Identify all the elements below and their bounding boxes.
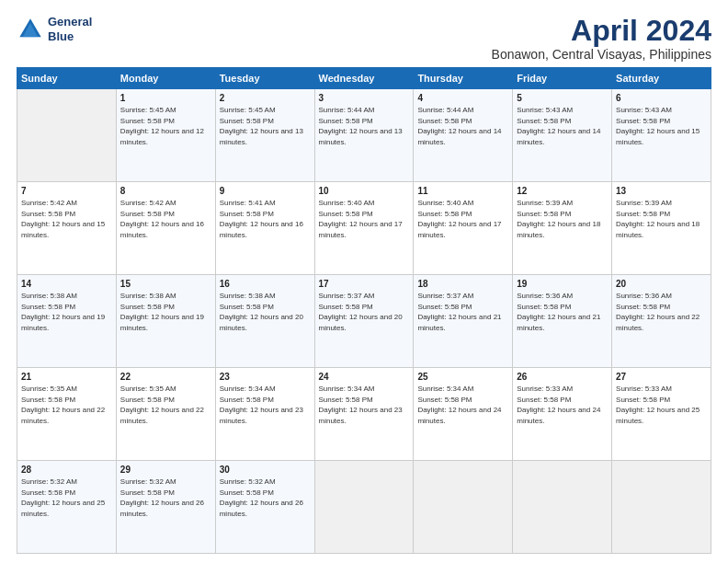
calendar-cell: 22Sunrise: 5:35 AM Sunset: 5:58 PM Dayli…: [116, 368, 215, 461]
day-info: Sunrise: 5:34 AM Sunset: 5:58 PM Dayligh…: [417, 384, 508, 426]
day-info: Sunrise: 5:36 AM Sunset: 5:58 PM Dayligh…: [517, 291, 608, 333]
calendar-cell: 19Sunrise: 5:36 AM Sunset: 5:58 PM Dayli…: [513, 275, 612, 368]
day-number: 3: [319, 93, 410, 103]
calendar-cell: [17, 89, 117, 182]
day-number: 6: [616, 93, 707, 103]
day-number: 14: [21, 279, 112, 289]
day-info: Sunrise: 5:43 AM Sunset: 5:58 PM Dayligh…: [616, 105, 707, 147]
day-info: Sunrise: 5:38 AM Sunset: 5:58 PM Dayligh…: [120, 291, 211, 333]
calendar-cell: 21Sunrise: 5:35 AM Sunset: 5:58 PM Dayli…: [17, 368, 117, 461]
col-header-thursday: Thursday: [414, 68, 513, 89]
calendar-cell: 6Sunrise: 5:43 AM Sunset: 5:58 PM Daylig…: [612, 89, 711, 182]
day-number: 16: [220, 279, 311, 289]
calendar-week-5: 28Sunrise: 5:32 AM Sunset: 5:58 PM Dayli…: [17, 461, 711, 554]
col-header-sunday: Sunday: [17, 68, 117, 89]
calendar-cell: 13Sunrise: 5:39 AM Sunset: 5:58 PM Dayli…: [612, 182, 711, 275]
logo: General Blue: [17, 15, 92, 43]
day-info: Sunrise: 5:32 AM Sunset: 5:58 PM Dayligh…: [21, 477, 112, 519]
day-info: Sunrise: 5:35 AM Sunset: 5:58 PM Dayligh…: [21, 384, 112, 426]
calendar-cell: 28Sunrise: 5:32 AM Sunset: 5:58 PM Dayli…: [17, 461, 117, 554]
day-info: Sunrise: 5:37 AM Sunset: 5:58 PM Dayligh…: [319, 291, 410, 333]
day-info: Sunrise: 5:38 AM Sunset: 5:58 PM Dayligh…: [220, 291, 311, 333]
day-info: Sunrise: 5:32 AM Sunset: 5:58 PM Dayligh…: [120, 477, 211, 519]
day-info: Sunrise: 5:37 AM Sunset: 5:58 PM Dayligh…: [417, 291, 508, 333]
calendar-cell: 20Sunrise: 5:36 AM Sunset: 5:58 PM Dayli…: [612, 275, 711, 368]
day-number: 19: [517, 279, 608, 289]
header-row: SundayMondayTuesdayWednesdayThursdayFrid…: [17, 68, 711, 89]
calendar-cell: 1Sunrise: 5:45 AM Sunset: 5:58 PM Daylig…: [116, 89, 215, 182]
calendar-cell: 24Sunrise: 5:34 AM Sunset: 5:58 PM Dayli…: [314, 368, 414, 461]
calendar-cell: 4Sunrise: 5:44 AM Sunset: 5:58 PM Daylig…: [414, 89, 513, 182]
day-number: 10: [319, 186, 410, 196]
calendar-cell: 14Sunrise: 5:38 AM Sunset: 5:58 PM Dayli…: [17, 275, 117, 368]
month-year: April 2024: [492, 15, 711, 47]
col-header-saturday: Saturday: [612, 68, 711, 89]
calendar-cell: 16Sunrise: 5:38 AM Sunset: 5:58 PM Dayli…: [215, 275, 314, 368]
day-number: 7: [21, 186, 112, 196]
calendar-cell: 10Sunrise: 5:40 AM Sunset: 5:58 PM Dayli…: [314, 182, 414, 275]
day-info: Sunrise: 5:32 AM Sunset: 5:58 PM Dayligh…: [220, 477, 311, 519]
calendar-cell: 23Sunrise: 5:34 AM Sunset: 5:58 PM Dayli…: [215, 368, 314, 461]
calendar-week-4: 21Sunrise: 5:35 AM Sunset: 5:58 PM Dayli…: [17, 368, 711, 461]
calendar-week-3: 14Sunrise: 5:38 AM Sunset: 5:58 PM Dayli…: [17, 275, 711, 368]
calendar-table: SundayMondayTuesdayWednesdayThursdayFrid…: [17, 67, 711, 554]
day-info: Sunrise: 5:40 AM Sunset: 5:58 PM Dayligh…: [417, 198, 508, 240]
day-number: 27: [616, 372, 707, 382]
day-info: Sunrise: 5:42 AM Sunset: 5:58 PM Dayligh…: [120, 198, 211, 240]
calendar-cell: 5Sunrise: 5:43 AM Sunset: 5:58 PM Daylig…: [513, 89, 612, 182]
calendar-cell: 7Sunrise: 5:42 AM Sunset: 5:58 PM Daylig…: [17, 182, 117, 275]
calendar-cell: [314, 461, 414, 554]
calendar-cell: 3Sunrise: 5:44 AM Sunset: 5:58 PM Daylig…: [314, 89, 414, 182]
day-number: 21: [21, 372, 112, 382]
day-info: Sunrise: 5:39 AM Sunset: 5:58 PM Dayligh…: [517, 198, 608, 240]
day-info: Sunrise: 5:33 AM Sunset: 5:58 PM Dayligh…: [616, 384, 707, 426]
day-info: Sunrise: 5:44 AM Sunset: 5:58 PM Dayligh…: [319, 105, 410, 147]
day-info: Sunrise: 5:42 AM Sunset: 5:58 PM Dayligh…: [21, 198, 112, 240]
day-info: Sunrise: 5:34 AM Sunset: 5:58 PM Dayligh…: [220, 384, 311, 426]
day-number: 29: [120, 465, 211, 475]
calendar-cell: 15Sunrise: 5:38 AM Sunset: 5:58 PM Dayli…: [116, 275, 215, 368]
day-number: 1: [120, 93, 211, 103]
day-info: Sunrise: 5:44 AM Sunset: 5:58 PM Dayligh…: [417, 105, 508, 147]
day-info: Sunrise: 5:36 AM Sunset: 5:58 PM Dayligh…: [616, 291, 707, 333]
calendar-cell: 11Sunrise: 5:40 AM Sunset: 5:58 PM Dayli…: [414, 182, 513, 275]
day-number: 22: [120, 372, 211, 382]
day-info: Sunrise: 5:41 AM Sunset: 5:58 PM Dayligh…: [220, 198, 311, 240]
day-number: 8: [120, 186, 211, 196]
calendar-cell: 2Sunrise: 5:45 AM Sunset: 5:58 PM Daylig…: [215, 89, 314, 182]
header: General Blue April 2024 Bonawon, Central…: [17, 15, 711, 62]
calendar-cell: [414, 461, 513, 554]
day-info: Sunrise: 5:40 AM Sunset: 5:58 PM Dayligh…: [319, 198, 410, 240]
day-number: 15: [120, 279, 211, 289]
day-number: 9: [220, 186, 311, 196]
calendar-cell: 25Sunrise: 5:34 AM Sunset: 5:58 PM Dayli…: [414, 368, 513, 461]
day-number: 4: [417, 93, 508, 103]
location: Bonawon, Central Visayas, Philippines: [492, 47, 711, 62]
calendar-week-2: 7Sunrise: 5:42 AM Sunset: 5:58 PM Daylig…: [17, 182, 711, 275]
day-info: Sunrise: 5:33 AM Sunset: 5:58 PM Dayligh…: [517, 384, 608, 426]
calendar-cell: 27Sunrise: 5:33 AM Sunset: 5:58 PM Dayli…: [612, 368, 711, 461]
col-header-friday: Friday: [513, 68, 612, 89]
calendar-cell: 18Sunrise: 5:37 AM Sunset: 5:58 PM Dayli…: [414, 275, 513, 368]
day-number: 13: [616, 186, 707, 196]
calendar-cell: 12Sunrise: 5:39 AM Sunset: 5:58 PM Dayli…: [513, 182, 612, 275]
day-info: Sunrise: 5:43 AM Sunset: 5:58 PM Dayligh…: [517, 105, 608, 147]
logo-line1: General: [48, 15, 92, 29]
day-number: 11: [417, 186, 508, 196]
col-header-wednesday: Wednesday: [314, 68, 414, 89]
day-number: 30: [220, 465, 311, 475]
col-header-tuesday: Tuesday: [215, 68, 314, 89]
day-number: 28: [21, 465, 112, 475]
calendar-cell: 30Sunrise: 5:32 AM Sunset: 5:58 PM Dayli…: [215, 461, 314, 554]
col-header-monday: Monday: [116, 68, 215, 89]
calendar-cell: 9Sunrise: 5:41 AM Sunset: 5:58 PM Daylig…: [215, 182, 314, 275]
day-number: 17: [319, 279, 410, 289]
day-info: Sunrise: 5:39 AM Sunset: 5:58 PM Dayligh…: [616, 198, 707, 240]
calendar-cell: 8Sunrise: 5:42 AM Sunset: 5:58 PM Daylig…: [116, 182, 215, 275]
day-number: 18: [417, 279, 508, 289]
logo-icon: [17, 16, 44, 43]
day-info: Sunrise: 5:38 AM Sunset: 5:58 PM Dayligh…: [21, 291, 112, 333]
day-info: Sunrise: 5:45 AM Sunset: 5:58 PM Dayligh…: [220, 105, 311, 147]
title-block: April 2024 Bonawon, Central Visayas, Phi…: [492, 15, 711, 62]
day-number: 20: [616, 279, 707, 289]
